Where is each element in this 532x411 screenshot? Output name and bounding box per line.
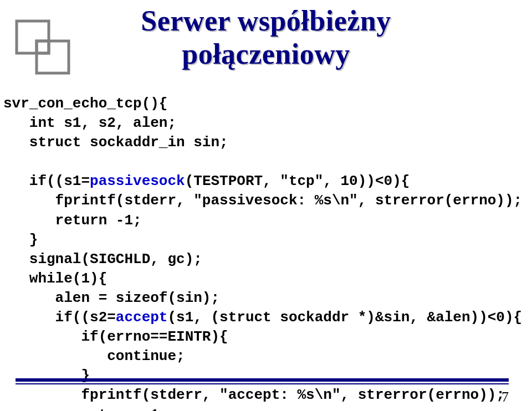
svg-rect-1 (37, 41, 69, 73)
code-line: svr_con_echo_tcp(){ (3, 95, 167, 112)
code-line: (s1, (struct sockaddr *)&sin, &alen))<0)… (167, 309, 522, 326)
code-line: if(errno==EINTR){ (3, 328, 228, 345)
code-line: alen = sizeof(sin); (3, 290, 219, 306)
footer-divider (16, 378, 509, 384)
code-line: } (3, 232, 38, 248)
svg-rect-0 (17, 21, 49, 53)
code-line: int s1, s2, alen; (3, 115, 176, 131)
code-line: struct sockaddr_in sin; (3, 134, 228, 151)
code-line: fprintf(stderr, "passivesock: %s\n", str… (3, 192, 522, 209)
code-listing: svr_con_echo_tcp(){ int s1, s2, alen; st… (3, 94, 522, 411)
code-line: return -1; (3, 407, 167, 412)
code-keyword: passivesock (90, 173, 185, 189)
code-line: (TESTPORT, "tcp", 10))<0){ (185, 173, 410, 189)
code-line: return -1; (3, 212, 142, 229)
code-line: if((s1= (3, 173, 90, 189)
code-keyword: accept (116, 309, 168, 326)
code-line: continue; (3, 348, 185, 364)
code-line: while(1){ (3, 270, 107, 287)
page-number: 7 (502, 389, 509, 405)
logo-icon (12, 17, 73, 78)
code-line: if((s2= (3, 309, 116, 326)
slide-title-line1: Serwer współbieżny (0, 4, 532, 38)
code-line: signal(SIGCHLD, gc); (3, 251, 202, 268)
svg-rect-2 (37, 41, 49, 53)
code-line: fprintf(stderr, "accept: %s\n", strerror… (3, 387, 505, 403)
slide-title-line2: połączeniowy (0, 38, 532, 71)
